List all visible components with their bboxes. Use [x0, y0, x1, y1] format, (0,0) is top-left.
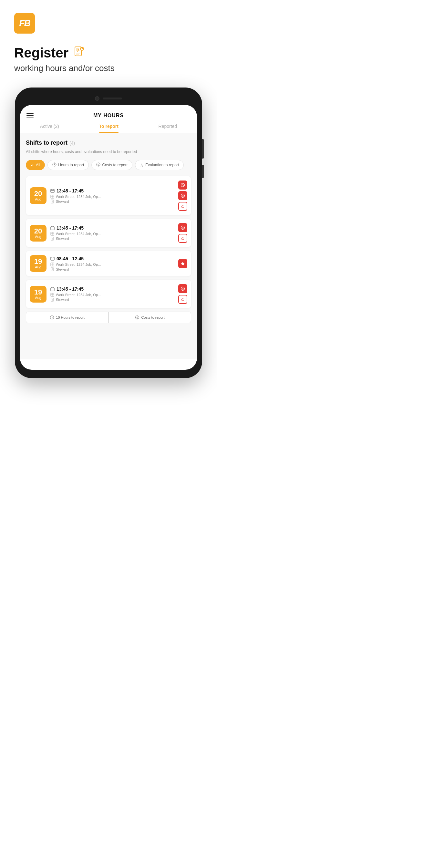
filter-hours[interactable]: Hours to report [48, 160, 89, 170]
costs-summary-icon: $ [135, 315, 140, 320]
shift-card-1[interactable]: 20 Aug 13:45 - 17:45 Work Street, 1234 J… [26, 176, 191, 215]
svg-rect-51 [51, 288, 54, 291]
shift-month-1: Aug [35, 197, 41, 201]
shift-day-4: 19 [34, 289, 42, 296]
main-content: Shifts to report (4) All shifts where ho… [20, 133, 197, 359]
costs-summary-label: Costs to report [141, 315, 164, 319]
shift-info-3: 08:45 - 12:45 Work Street, 1234 Job, Op.… [51, 256, 175, 271]
star-action-1[interactable] [178, 202, 187, 211]
shift-role-2: Steward [51, 237, 175, 241]
cost-action-2[interactable]: $ [178, 223, 187, 232]
clock-action-1[interactable] [178, 181, 187, 190]
svg-text:▶: ▶ [81, 48, 84, 51]
tab-to-report[interactable]: To report [99, 124, 119, 133]
shift-actions-1: $ [178, 181, 187, 211]
map-icon-2 [51, 232, 54, 236]
page-title: Register [14, 45, 68, 61]
map-icon-3 [51, 262, 54, 267]
shift-month-2: Aug [35, 235, 41, 239]
filter-costs[interactable]: $ Costs to report [91, 160, 132, 170]
shift-actions-2: $ [178, 223, 187, 243]
shift-date-box-3: 19 Aug [30, 255, 46, 272]
phone-notch [20, 93, 197, 104]
all-check-icon: ✓ [31, 163, 34, 167]
svg-marker-64 [181, 298, 184, 301]
map-icon-4 [51, 293, 54, 297]
clock-filter-icon [52, 162, 57, 167]
cost-action-1[interactable]: $ [178, 191, 187, 200]
phone-speaker [103, 97, 122, 99]
shift-card-4[interactable]: 19 Aug 13:45 - 17:45 Work Street, 1234 J… [26, 280, 191, 308]
calendar-icon-4 [51, 287, 55, 291]
svg-text:$: $ [182, 194, 183, 197]
phone-screen: MY HOURS Active (2) To report Reported [20, 105, 197, 370]
shift-day-2: 20 [34, 228, 42, 235]
shift-actions-3 [178, 259, 187, 268]
shift-card-2[interactable]: 20 Aug 13:45 - 17:45 Work Street, 1234 J… [26, 219, 191, 247]
shift-info-4: 13:45 - 17:45 Work Street, 1234 Job, Op.… [51, 286, 175, 302]
cost-action-4[interactable]: $ [178, 284, 187, 293]
shift-time-3: 08:45 - 12:45 [51, 256, 175, 261]
hours-summary: 10 Hours to report [26, 312, 108, 323]
register-icon: ▶ [72, 46, 84, 60]
star-filter-icon: ☆ [140, 163, 144, 167]
cost-filter-icon: $ [96, 162, 100, 167]
shift-role-3: Steward [51, 268, 175, 271]
shift-role-4: Steward [51, 298, 175, 302]
role-icon-2 [51, 237, 54, 241]
section-header: Shifts to report (4) All shifts where ho… [26, 140, 191, 155]
shift-month-3: Aug [35, 265, 41, 269]
star-action-4[interactable] [178, 295, 187, 304]
section-description: All shifts where hours, costs and evalua… [26, 149, 191, 155]
title-row: Register ▶ [14, 45, 203, 61]
tab-active[interactable]: Active (2) [40, 124, 59, 133]
app-screen-title: MY HOURS [93, 113, 124, 119]
filter-all[interactable]: ✓ All [26, 160, 45, 170]
svg-text:$: $ [98, 163, 99, 166]
hamburger-line-1 [27, 113, 34, 114]
filter-evaluation[interactable]: ☆ Evaluation to report [135, 160, 184, 170]
svg-marker-38 [181, 237, 184, 240]
svg-rect-25 [51, 227, 54, 230]
logo: FB [14, 13, 35, 34]
tabs-container: Active (2) To report Reported [20, 119, 197, 133]
shift-role-1: Steward [51, 199, 175, 204]
tab-reported[interactable]: Reported [159, 124, 177, 133]
section-count: (4) [69, 141, 75, 146]
app-header: MY HOURS [20, 105, 197, 119]
shift-day-1: 20 [34, 190, 42, 197]
filter-chips: ✓ All Hours to report $ [26, 160, 191, 170]
shift-time-2: 13:45 - 17:45 [51, 225, 175, 230]
phone-camera [95, 96, 99, 101]
map-icon-1 [51, 195, 54, 198]
calendar-icon-2 [51, 226, 55, 230]
shift-location-4: Work Street, 1234 Job, Op... [51, 293, 175, 297]
shift-month-4: Aug [35, 296, 41, 300]
logo-text: FB [19, 18, 30, 28]
calendar-icon-3 [51, 256, 55, 260]
summary-row: 10 Hours to report $ Costs to report [26, 312, 191, 323]
star-action-3[interactable] [178, 259, 187, 268]
shift-info-2: 13:45 - 17:45 Work Street, 1234 Job, Op.… [51, 225, 175, 241]
hamburger-menu[interactable] [27, 113, 34, 118]
phone-mockup: MY HOURS Active (2) To report Reported [15, 88, 202, 378]
svg-rect-10 [51, 189, 54, 192]
shift-location-3: Work Street, 1234 Job, Op... [51, 262, 175, 267]
shift-time-1: 13:45 - 17:45 [51, 188, 175, 193]
svg-rect-39 [51, 257, 54, 260]
shift-location-2: Work Street, 1234 Job, Op... [51, 232, 175, 236]
svg-text:$: $ [182, 287, 183, 290]
star-action-2[interactable] [178, 234, 187, 243]
section-title: Shifts to report [26, 140, 67, 146]
page-subtitle: working hours and/or costs [14, 63, 203, 73]
shift-date-box-2: 20 Aug [30, 225, 46, 242]
role-icon-3 [51, 268, 54, 271]
shift-actions-4: $ [178, 284, 187, 304]
hamburger-line-3 [27, 118, 34, 118]
shift-card-3[interactable]: 19 Aug 08:45 - 12:45 Work Street, 1234 J… [26, 251, 191, 276]
svg-marker-24 [181, 205, 184, 208]
shift-date-box-1: 20 Aug [30, 187, 46, 204]
page-wrapper: FB Register ▶ working hours and/or costs [0, 0, 217, 398]
shift-date-box-4: 19 Aug [30, 286, 46, 303]
shift-day-3: 19 [34, 258, 42, 265]
